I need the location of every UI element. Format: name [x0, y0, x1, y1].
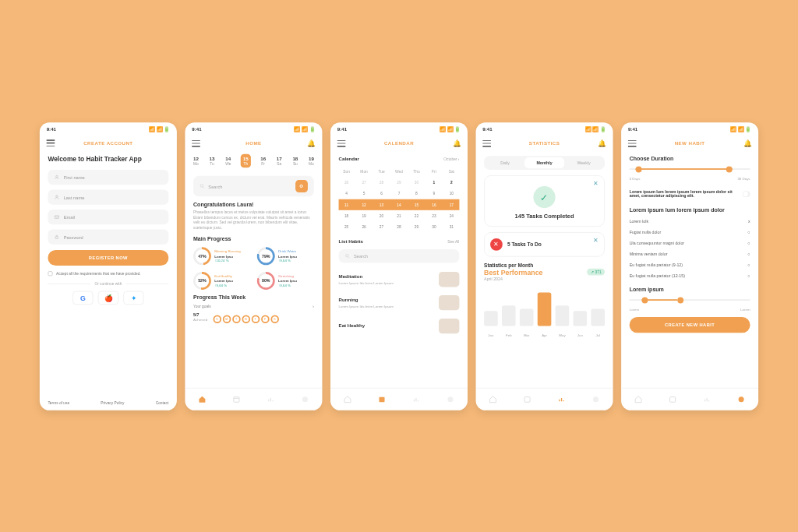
- home-icon[interactable]: [344, 395, 352, 403]
- option-row[interactable]: Eu fugiat nulla pariatur (9-12)○: [630, 259, 750, 270]
- close-icon[interactable]: ✕: [593, 237, 598, 244]
- svg-rect-5: [234, 396, 239, 402]
- option-row[interactable]: Eu fugiat nulla pariatur (12-15)○: [630, 270, 750, 281]
- twitter-button[interactable]: ✦: [123, 291, 143, 305]
- screen-calendar: 9:41📶 📶 🔋 CALENDAR🔔 CalendarOctober › Su…: [330, 122, 468, 410]
- menu-icon[interactable]: [47, 139, 55, 146]
- see-all-link[interactable]: See All: [447, 239, 459, 243]
- progress-ring: 47%: [193, 247, 211, 265]
- stats-icon[interactable]: [267, 395, 275, 403]
- contact-link[interactable]: Contact: [156, 400, 169, 404]
- google-button[interactable]: G: [72, 291, 93, 305]
- apple-button[interactable]: 🍎: [98, 291, 118, 305]
- profile-icon[interactable]: [591, 395, 600, 403]
- calendar-icon[interactable]: [523, 395, 531, 403]
- svg-point-13: [739, 396, 744, 402]
- svg-rect-10: [524, 396, 530, 402]
- register-button[interactable]: REGISTER NOW: [48, 249, 168, 265]
- bell-icon[interactable]: 🔔: [598, 139, 606, 147]
- email-input[interactable]: Email: [48, 209, 168, 224]
- bottom-nav: [185, 387, 322, 410]
- create-habit-button[interactable]: CREATE NEW HABIT: [630, 317, 750, 333]
- menu-icon[interactable]: [192, 139, 200, 146]
- stats-icon[interactable]: [703, 395, 711, 403]
- search-input[interactable]: Search: [339, 249, 460, 263]
- day-selected[interactable]: 15Th: [240, 153, 251, 167]
- user-icon: [54, 194, 59, 199]
- stats-icon[interactable]: [557, 395, 566, 403]
- todo-card: ✕ 5 Tasks To Do ✕: [484, 232, 605, 257]
- bell-icon[interactable]: 🔔: [307, 139, 316, 147]
- menu-icon[interactable]: [628, 139, 637, 146]
- profile-icon[interactable]: [447, 395, 455, 403]
- svg-point-9: [447, 396, 453, 402]
- bell-icon[interactable]: 🔔: [743, 139, 752, 147]
- option-row[interactable]: Minima veniam dolor○: [630, 248, 750, 259]
- check-icon: ✓: [533, 186, 555, 208]
- password-input[interactable]: Password: [48, 229, 168, 244]
- completed-card: ✕ ✓ 145 Tasks Completed: [484, 174, 605, 226]
- toggle[interactable]: [743, 190, 750, 196]
- habit-item[interactable]: RunningLorem Ipsum Ids lerim Lorem Ipsum: [339, 291, 460, 314]
- screen-home: 9:41📶 📶 🔋 HOME🔔 12Mo 13Tu 14We 15Th 16Fr…: [185, 122, 322, 410]
- tab-weekly[interactable]: Weekly: [564, 157, 603, 168]
- lock-icon: [54, 234, 59, 239]
- first-name-input[interactable]: First name: [48, 169, 168, 184]
- search-icon: [200, 183, 205, 188]
- trend-badge: ↗ 371: [587, 268, 605, 275]
- range-slider[interactable]: [630, 299, 750, 301]
- option-row[interactable]: Ula consequuntur magni dolor○: [630, 238, 750, 248]
- profile-icon[interactable]: [301, 395, 309, 403]
- svg-point-6: [302, 396, 308, 402]
- status-bar: 9:41📶 📶 🔋: [40, 122, 177, 136]
- tab-daily[interactable]: Daily: [486, 157, 524, 168]
- home-icon[interactable]: [634, 395, 643, 403]
- svg-point-7: [346, 254, 349, 257]
- home-icon[interactable]: [489, 395, 497, 403]
- option-row[interactable]: Lorem lolkx: [630, 215, 750, 226]
- svg-point-1: [56, 195, 58, 196]
- svg-point-4: [200, 184, 203, 187]
- tab-monthly[interactable]: Monthly: [524, 157, 563, 168]
- page-title: CREATE ACCOUNT: [83, 140, 132, 145]
- calendar-week-selected[interactable]: 11121314151617: [339, 199, 460, 210]
- search-icon: [344, 253, 350, 259]
- profile-icon[interactable]: [737, 395, 746, 403]
- accept-checkbox[interactable]: Accept all the requirements that we have…: [48, 271, 168, 276]
- congrats-text: Phasellus tempus lacus et metus vulputat…: [193, 210, 314, 231]
- period-tabs: Daily Monthly Weekly: [484, 156, 605, 170]
- screen-create-account: 9:41📶 📶 🔋 CREATE ACCOUNT Welcome to Habi…: [40, 122, 177, 410]
- screen-statistics: 9:41📶 📶 🔋 STATISTICS🔔 Daily Monthly Week…: [476, 122, 613, 410]
- menu-icon[interactable]: [337, 139, 346, 146]
- stats-icon[interactable]: [412, 395, 421, 403]
- svg-point-11: [593, 396, 598, 402]
- bell-icon[interactable]: 🔔: [453, 139, 461, 147]
- svg-point-0: [56, 175, 58, 177]
- option-row[interactable]: Fugiat nulla dolor○: [630, 226, 750, 237]
- divider: Or continue with: [48, 281, 168, 285]
- terms-link[interactable]: Terms of use: [48, 400, 69, 404]
- svg-rect-12: [670, 396, 676, 402]
- habit-image: [439, 272, 459, 287]
- congrats-heading: Congratulations Laura!: [193, 201, 314, 207]
- duration-slider[interactable]: [630, 168, 750, 170]
- welcome-heading: Welcome to Habit Tracker App: [48, 155, 168, 163]
- svg-rect-3: [55, 236, 58, 238]
- filter-button[interactable]: ⚙: [295, 180, 308, 192]
- calendar-icon[interactable]: [232, 395, 241, 403]
- close-icon[interactable]: ✕: [593, 180, 598, 187]
- menu-icon[interactable]: [482, 139, 491, 146]
- chevron-right-icon[interactable]: ›: [312, 304, 314, 308]
- habit-item[interactable]: Eat Healthy: [339, 314, 460, 337]
- footer-links: Terms of usePrivacy PolicyContact: [40, 395, 177, 410]
- x-icon: ✕: [490, 238, 503, 250]
- privacy-link[interactable]: Privacy Policy: [101, 400, 124, 404]
- habit-item[interactable]: MeditationLorem Ipsum Ids lerim Lorem Ip…: [339, 267, 460, 291]
- last-name-input[interactable]: Last name: [48, 189, 168, 204]
- calendar-icon[interactable]: [378, 395, 387, 403]
- search-input[interactable]: Search⚙: [193, 175, 314, 196]
- svg-rect-8: [379, 396, 384, 402]
- calendar-icon[interactable]: [669, 395, 677, 403]
- home-icon[interactable]: [198, 395, 207, 403]
- user-icon: [54, 174, 59, 180]
